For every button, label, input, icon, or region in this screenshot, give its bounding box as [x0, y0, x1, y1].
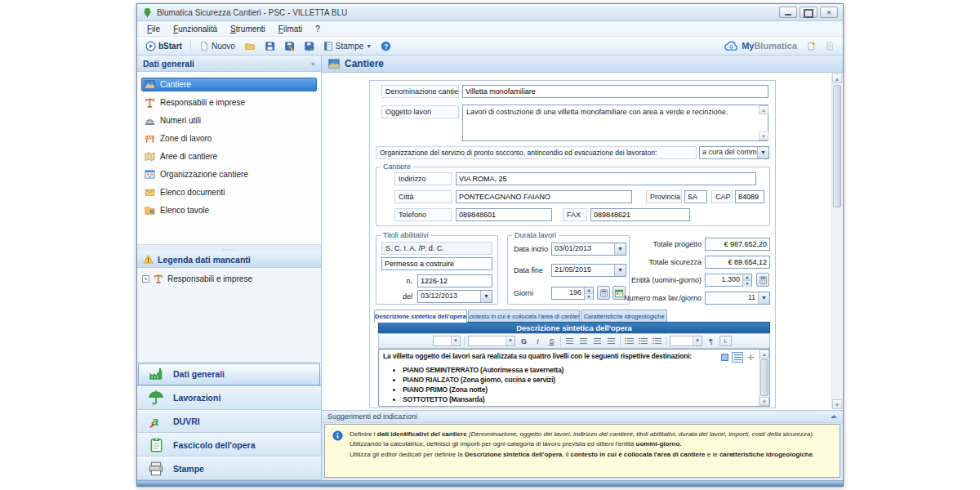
scroll-up-icon[interactable]: ▲ [759, 105, 768, 114]
minimize-button[interactable] [779, 7, 797, 18]
panel-splitter[interactable] [137, 245, 321, 252]
notification-doc-button[interactable] [804, 40, 818, 52]
editor-mode-normal-button[interactable] [719, 352, 730, 363]
scrollbar-thumb[interactable] [760, 359, 768, 396]
giorni-stepper[interactable]: 196 ▲▼ [551, 287, 594, 300]
zoom-select[interactable]: ▼ [670, 336, 702, 346]
stampe-button[interactable]: Stampe ▼ [321, 40, 374, 52]
citta-input[interactable] [456, 190, 632, 203]
close-button[interactable] [820, 7, 838, 18]
bold-button[interactable]: G [519, 336, 529, 346]
chevron-down-icon[interactable]: ▼ [757, 147, 768, 158]
align-left-icon[interactable] [564, 336, 575, 346]
suggestions-header[interactable]: Suggerimenti ed indicazioni [322, 410, 843, 423]
entita-stepper[interactable]: 1.300 ▲▼ [705, 274, 752, 287]
sidebar-item-elenco-documenti[interactable]: Elenco documenti [141, 185, 317, 199]
denominazione-input[interactable] [462, 85, 768, 98]
scroll-up-icon[interactable]: ▲ [832, 74, 842, 83]
sidebar-item-organizzazione[interactable]: Organizzazione cantiere [141, 167, 317, 181]
sidebar-item-zone-di-lavoro[interactable]: Zone di lavoro [141, 131, 317, 145]
disabled-doc-button[interactable] [822, 40, 837, 52]
chevron-down-icon[interactable]: ▼ [480, 291, 492, 302]
scrollbar-thumb[interactable] [833, 85, 841, 207]
scroll-down-icon[interactable]: ▼ [760, 397, 769, 406]
style-select[interactable]: ▼ [433, 336, 461, 346]
collapse-panel-icon[interactable]: « [311, 60, 315, 68]
maximize-button[interactable] [800, 7, 817, 18]
open-button[interactable] [242, 40, 258, 52]
indirizzo-input[interactable] [456, 172, 756, 185]
oggetto-textarea[interactable]: Lavori di costruzione di una villetta mo… [462, 105, 768, 141]
help-button[interactable]: ? [378, 40, 394, 52]
menu-strumenti[interactable]: Strumenti [224, 23, 272, 35]
menu-funzionalita[interactable]: Funzionalità [167, 23, 224, 35]
underline-button[interactable]: S [546, 336, 557, 346]
legend-panel-header[interactable]: Legenda dati mancanti [137, 252, 321, 268]
tab-idrogeologiche[interactable]: Caratteristiche idrogeologiche [581, 310, 667, 323]
max-lavoratori-select[interactable]: 11 ▼ [705, 292, 770, 305]
sidebar-item-cantiere[interactable]: Cantiere [141, 78, 317, 91]
menu-filmati[interactable]: Filmati [272, 23, 309, 35]
giorni-calculator-button[interactable] [597, 286, 610, 300]
menu-file[interactable]: File [140, 23, 167, 35]
spin-up-icon[interactable]: ▲ [743, 274, 751, 280]
editor-content[interactable]: La villetta oggetto dei lavori sarà real… [378, 349, 770, 407]
spin-down-icon[interactable]: ▼ [743, 280, 751, 287]
nav-fascicolo[interactable]: Fascicolo dell'opera [137, 433, 321, 457]
permesso-input[interactable] [381, 257, 492, 270]
align-justify-icon[interactable] [606, 336, 617, 346]
sidebar-item-numeri-utili[interactable]: Numeri utili [141, 114, 317, 127]
align-right-icon[interactable] [592, 336, 603, 346]
editor-scrollbar[interactable]: ▲ ▼ [759, 350, 769, 406]
numbered-list-icon[interactable] [638, 336, 648, 346]
totale-progetto-input[interactable] [705, 238, 770, 251]
spin-up-icon[interactable]: ▲ [585, 287, 593, 293]
nav-dati-generali[interactable]: Dati generali [137, 363, 321, 386]
sidebar-item-elenco-tavole[interactable]: Elenco tavole [141, 203, 317, 217]
max-lavoratori-row: Numero max lav./giorno 11 ▼ [615, 292, 770, 305]
tab-contesto[interactable]: Contesto in cui è collocata l'area di ca… [468, 310, 580, 323]
align-center-icon[interactable] [578, 336, 589, 346]
scroll-down-icon[interactable]: ▼ [832, 399, 842, 409]
tree-expand-icon[interactable]: + [142, 275, 149, 283]
myblumatica-button[interactable]: MyBlumatica [721, 39, 800, 53]
del-date-picker[interactable]: 03/12/2013 ▼ [417, 290, 492, 303]
fax-input[interactable] [590, 208, 690, 221]
nav-stampe[interactable]: Stampe [137, 457, 321, 480]
content-scrollbar[interactable]: ▲ ▼ [831, 74, 842, 409]
entita-calculator-button[interactable] [756, 273, 769, 287]
sidebar-item-responsabili[interactable]: Responsabili e imprese [141, 96, 317, 109]
legend-item-responsabili[interactable]: + Responsabili e imprese [142, 274, 316, 283]
scroll-up-icon[interactable]: ▲ [760, 350, 769, 359]
bullet-list-icon[interactable] [624, 336, 635, 346]
save-edit-button[interactable] [282, 40, 297, 52]
chevron-down-icon[interactable]: ▼ [758, 292, 769, 304]
save-button[interactable] [262, 40, 278, 52]
organizzazione-select[interactable]: a cura del committente ▼ [699, 146, 769, 159]
title-bar[interactable]: Blumatica Sicurezza Cantieri - PSC - VIL… [137, 4, 843, 21]
indent-list-icon[interactable] [652, 336, 662, 346]
pilcrow-button[interactable]: ¶ [706, 336, 716, 346]
editor-mode-layout-button[interactable] [732, 352, 743, 363]
telefono-input[interactable] [456, 208, 552, 221]
provincia-input[interactable] [684, 190, 707, 203]
nav-lavorazioni[interactable]: Lavorazioni [137, 386, 321, 410]
cap-input[interactable] [735, 190, 764, 203]
spin-down-icon[interactable]: ▼ [585, 293, 593, 300]
collapse-suggestions-icon[interactable] [831, 415, 837, 418]
italic-button[interactable]: I [532, 336, 543, 346]
numero-input[interactable] [417, 274, 492, 287]
sidebar-item-aree-di-cantiere[interactable]: Aree di cantiere [141, 149, 317, 163]
bstart-button[interactable]: bStart [143, 40, 185, 52]
nuovo-button[interactable]: Nuovo [197, 40, 238, 52]
totale-sicurezza-input[interactable] [705, 256, 770, 269]
scroll-down-icon[interactable]: ▼ [759, 131, 768, 140]
nav-duvri[interactable]: a DUVRI [137, 410, 321, 434]
sidebar-panel-header[interactable]: Dati generali « [137, 56, 321, 72]
editor-move-button[interactable]: ✛ [745, 352, 756, 363]
menu-help[interactable]: ? [309, 23, 327, 35]
font-select[interactable]: ▼ [468, 336, 515, 346]
tab-descrizione[interactable]: Descrizione sintetica dell'opera [374, 310, 467, 323]
save-export-button[interactable] [301, 40, 317, 52]
page-layout-button[interactable]: L [719, 336, 732, 346]
